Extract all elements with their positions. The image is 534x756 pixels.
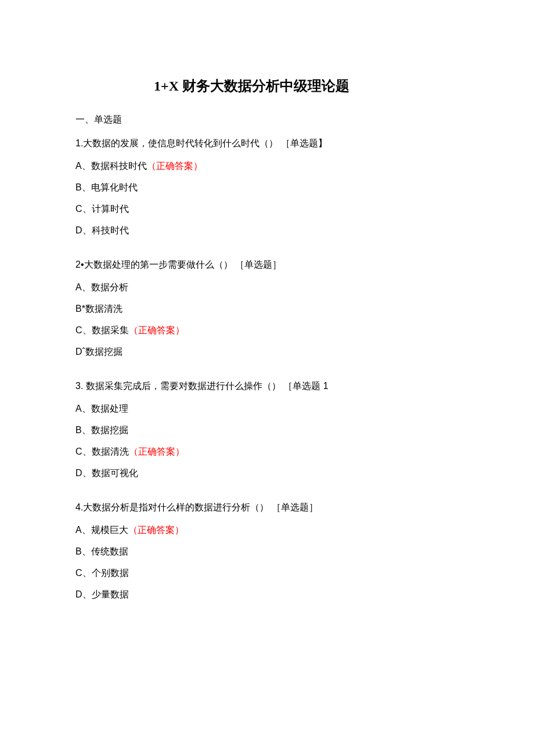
option-prefix: A、 [75, 404, 91, 413]
option-text: 数据采集 [92, 325, 129, 335]
option-prefix: B、 [75, 425, 91, 435]
option-text: 少量数据 [92, 589, 129, 599]
option-text: 数据清洗 [85, 304, 122, 314]
answer-option: B、电算化时代 [75, 182, 459, 194]
option-prefix: A、 [75, 282, 91, 292]
option-text: 数据处理 [91, 404, 128, 413]
answer-option: C、数据采集（正确答案） [75, 325, 459, 337]
answer-option: C、数据清洗（正确答案） [75, 446, 459, 458]
answer-option: B、传统数据 [75, 546, 459, 558]
option-prefix: D、 [75, 225, 92, 235]
option-text: 数据可视化 [92, 468, 138, 478]
option-prefix: C、 [75, 568, 92, 578]
answer-option: B*数据清洗 [75, 303, 459, 315]
option-text: 规模巨大 [91, 525, 128, 535]
option-prefix: Dˆ [75, 347, 85, 357]
correct-answer-label: （正确答案） [129, 325, 185, 335]
correct-answer-label: （正确答案） [128, 525, 184, 535]
document-title: 1+X 财务大数据分析中级理论题 [154, 75, 383, 96]
option-prefix: B、 [75, 546, 91, 556]
option-prefix: B* [75, 304, 85, 314]
option-text: 科技时代 [92, 225, 129, 235]
option-prefix: A、 [75, 161, 91, 171]
option-prefix: A、 [75, 525, 91, 535]
question-block: 3. 数据采集完成后，需要对数据进行什么操作（） ［单选题 1 A、数据处理 B… [75, 380, 459, 480]
answer-option: A、数据科技时代（正确答案） [75, 160, 459, 172]
question-stem: 1.大数据的发展，使信息时代转化到什么时代（） ［单选题】 [75, 138, 459, 150]
answer-option: C、个别数据 [75, 567, 459, 579]
option-prefix: D、 [75, 468, 92, 478]
question-stem: 4.大数据分析是指对什么样的数据进行分析（） ［单选题］ [75, 502, 459, 514]
correct-answer-label: （正确答案） [147, 161, 203, 171]
option-prefix: C、 [75, 204, 92, 214]
question-stem: 2•大数据处理的第一步需要做什么（） ［单选题］ [75, 259, 459, 271]
section-heading: 一、单选题 [75, 114, 459, 126]
answer-option: D、少量数据 [75, 589, 459, 601]
option-prefix: C、 [75, 325, 92, 335]
answer-option: C、计算时代 [75, 203, 459, 215]
question-block: 2•大数据处理的第一步需要做什么（） ［单选题］ A、数据分析 B*数据清洗 C… [75, 259, 459, 358]
answer-option: A、规模巨大（正确答案） [75, 524, 459, 537]
option-prefix: D、 [75, 589, 92, 599]
option-text: 传统数据 [91, 546, 128, 556]
option-prefix: C、 [75, 447, 92, 456]
answer-option: B、数据挖掘 [75, 424, 459, 437]
answer-option: D、科技时代 [75, 225, 459, 237]
option-text: 个别数据 [92, 568, 129, 578]
option-text: 数据挖掘 [91, 425, 128, 435]
option-text: 数据清洗 [92, 447, 129, 456]
correct-answer-label: （正确答案） [129, 447, 185, 456]
answer-option: D、数据可视化 [75, 467, 459, 480]
answer-option: Dˆ数据挖掘 [75, 346, 459, 358]
answer-option: A、数据分析 [75, 282, 459, 294]
option-text: 计算时代 [92, 204, 129, 214]
question-stem: 3. 数据采集完成后，需要对数据进行什么操作（） ［单选题 1 [75, 380, 459, 393]
answer-option: A、数据处理 [75, 403, 459, 415]
question-block: 1.大数据的发展，使信息时代转化到什么时代（） ［单选题】 A、数据科技时代（正… [75, 138, 459, 237]
document-page: 1+X 财务大数据分析中级理论题 一、单选题 1.大数据的发展，使信息时代转化到… [0, 0, 534, 645]
option-text: 数据挖掘 [85, 347, 122, 357]
option-text: 数据分析 [91, 282, 128, 292]
question-block: 4.大数据分析是指对什么样的数据进行分析（） ［单选题］ A、规模巨大（正确答案… [75, 502, 459, 601]
option-text: 电算化时代 [91, 182, 138, 192]
option-text: 数据科技时代 [91, 161, 147, 171]
option-prefix: B、 [75, 182, 91, 192]
